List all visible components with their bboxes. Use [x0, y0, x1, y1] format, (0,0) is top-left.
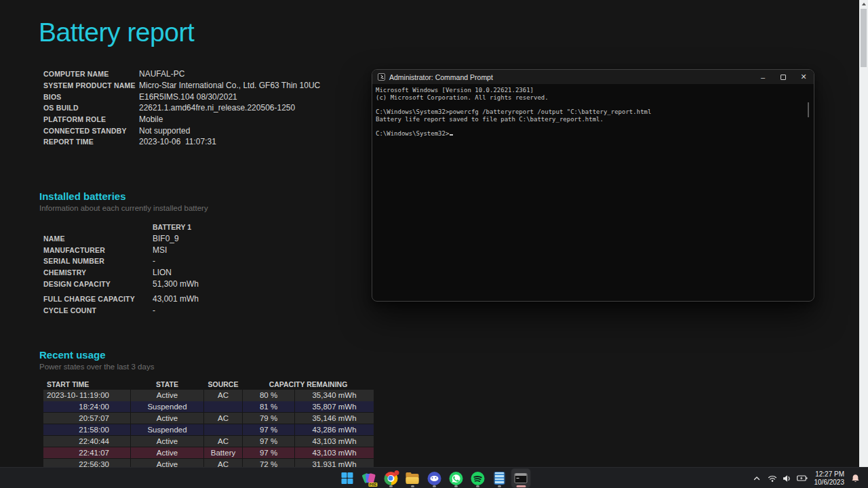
taskbar-app-chrome[interactable] [382, 469, 400, 487]
usage-table-row: 21:58:00Suspended97 %43,286 mWh [43, 424, 377, 435]
cell-time: 22:40:44 [79, 436, 109, 447]
info-value: 51,300 mWh [153, 279, 199, 289]
battery-column-header: BATTERY 1 [153, 223, 191, 231]
info-label: OS BUILD [43, 104, 139, 112]
battery-info-row: NAMEBIF0_9 [43, 233, 392, 245]
battery-info-row: CHEMISTRYLION [43, 267, 392, 279]
running-indicator [411, 485, 414, 487]
cell-percent: 79 % [243, 413, 294, 424]
notepad-icon [494, 472, 505, 485]
cell-percent: 97 % [243, 436, 294, 447]
system-info-row: SYSTEM PRODUCT NAMEMicro-Star Internatio… [43, 80, 396, 92]
scrollbar-up-arrow-icon[interactable] [862, 3, 866, 5]
notification-bell-icon[interactable] [851, 474, 860, 483]
cell-capacity: 35,146 mWh [295, 413, 374, 424]
system-info-row: COMPUTER NAMENAUFAL-PC [43, 68, 396, 80]
tray-chevron-up-icon[interactable] [753, 474, 761, 483]
page-scrollbar-thumb[interactable] [861, 9, 867, 67]
tray-time: 12:27 PM [814, 470, 845, 479]
info-label: BIOS [43, 93, 139, 101]
command-prompt-window: Administrator: Command Prompt – ✕ Micros… [372, 69, 814, 302]
col-header-source: SOURCE [204, 380, 242, 388]
system-tray: 12:27 PM 10/6/2023 [753, 468, 868, 488]
info-value: Mobile [139, 115, 163, 124]
recent-usage-heading: Recent usage [39, 349, 392, 361]
terminal-line [376, 123, 810, 131]
info-value: Not supported [139, 126, 190, 136]
terminal-cursor [450, 130, 453, 136]
taskbar-app-file-explorer[interactable] [403, 469, 422, 487]
cmd-window-controls: – ✕ [753, 70, 814, 84]
info-label: NAME [43, 235, 153, 243]
command-prompt-icon [515, 473, 528, 483]
recent-usage-section: Recent usage Power states over the last … [39, 349, 392, 371]
cmd-titlebar[interactable]: Administrator: Command Prompt – ✕ [372, 70, 814, 84]
info-value: NAUFAL-PC [139, 69, 184, 79]
cell-state: Active [131, 436, 203, 447]
info-value: 43,001 mWh [153, 294, 199, 304]
tray-date: 10/6/2023 [814, 479, 845, 487]
cell-source: AC [204, 413, 242, 424]
info-label: CYCLE COUNT [43, 306, 153, 314]
info-value: 2023-10-06 11:07:31 [139, 137, 216, 146]
terminal-line: Microsoft Windows [Version 10.0.22621.23… [376, 87, 810, 94]
system-info-row: BIOSE16R5IMS.104 08/30/2021 [43, 91, 396, 102]
running-indicator [498, 485, 501, 487]
active-app-indicator [516, 485, 526, 487]
cell-start-time: 22:41:07 [43, 447, 130, 458]
close-button[interactable]: ✕ [793, 70, 814, 84]
page-scrollbar[interactable] [859, 0, 868, 467]
start-button[interactable] [338, 469, 357, 487]
cmd-window-icon [378, 73, 385, 81]
spotify-icon [471, 472, 484, 485]
taskbar-app-notepad[interactable] [490, 469, 509, 487]
cell-capacity: 43,103 mWh [295, 447, 374, 458]
taskbar-app-spotify[interactable] [469, 469, 487, 487]
cmd-scrollbar-thumb[interactable] [808, 102, 809, 117]
taskbar-app-colorful-cards-preview[interactable]: PRE [360, 469, 378, 487]
taskbar-app-whatsapp[interactable] [447, 469, 465, 487]
cell-capacity: 43,286 mWh [295, 424, 374, 435]
info-label: PLATFORM ROLE [43, 115, 139, 123]
taskbar-app-command-prompt[interactable] [512, 469, 530, 487]
cell-capacity: 35,807 mWh [295, 401, 374, 412]
info-value: BIF0_9 [153, 234, 179, 243]
terminal-line: (c) Microsoft Corporation. All rights re… [376, 94, 810, 102]
minimize-button[interactable]: – [753, 70, 773, 84]
cell-percent: 97 % [243, 447, 294, 458]
cell-source: Battery [204, 447, 242, 458]
page-title: Battery report [39, 18, 194, 47]
info-label: REPORT TIME [43, 138, 139, 146]
battery-info-table: BATTERY 1NAMEBIF0_9MANUFACTURERMSISERIAL… [39, 222, 392, 317]
cmd-terminal-output[interactable]: Microsoft Windows [Version 10.0.22621.23… [372, 84, 814, 301]
cell-time: 21:58:00 [79, 424, 109, 435]
system-info-row: OS BUILD22621.1.amd64fre.ni_release.2205… [43, 102, 396, 114]
installed-batteries-heading: Installed batteries [39, 190, 392, 202]
cell-time: 18:24:00 [79, 401, 109, 412]
battery-info-row: DESIGN CAPACITY51,300 mWh [43, 278, 392, 289]
running-indicator [476, 485, 479, 487]
installed-batteries-subtitle: Information about each currently install… [39, 204, 392, 212]
cell-state: Active [131, 447, 203, 458]
terminal-line: C:\Windows\System32>powercfg /batteryrep… [376, 108, 810, 116]
preview-badge: PRE [369, 483, 378, 487]
taskbar-app-discord[interactable] [425, 469, 443, 487]
col-header-state: STATE [131, 380, 203, 388]
battery-info-row: CYCLE COUNT- [43, 305, 392, 317]
cell-time: 20:57:07 [79, 413, 109, 424]
maximize-button[interactable] [773, 70, 793, 84]
usage-table-row: 22:40:44ActiveAC97 %43,103 mWh [43, 436, 377, 447]
cell-start-time: 21:58:00 [43, 424, 130, 435]
quick-settings[interactable] [768, 474, 808, 483]
cell-percent: 97 % [243, 424, 294, 435]
cell-capacity: 43,103 mWh [295, 436, 374, 447]
info-label: SERIAL NUMBER [43, 257, 153, 265]
info-label: COMPUTER NAME [43, 70, 139, 78]
cell-start-time: 20:57:07 [43, 413, 130, 424]
installed-batteries-section: Installed batteries Information about ea… [39, 190, 392, 317]
usage-table-row: 22:41:07ActiveBattery97 %43,103 mWh [43, 447, 377, 458]
tray-clock[interactable]: 12:27 PM 10/6/2023 [814, 470, 845, 486]
wifi-icon [768, 474, 777, 483]
taskbar: PRE [0, 467, 868, 488]
usage-table-row: 18:24:00Suspended81 %35,807 mWh [43, 401, 377, 412]
